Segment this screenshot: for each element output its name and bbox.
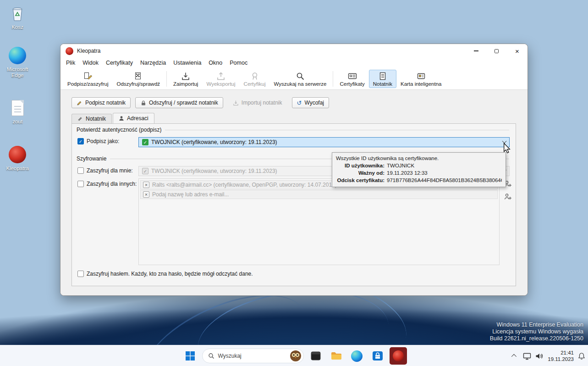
sign-as-label: Podpisz jako:	[87, 138, 119, 144]
toolbar-export[interactable]: Wyeksportuj	[202, 70, 239, 88]
minimize-button[interactable]	[466, 44, 486, 58]
taskbar-kleopatra[interactable]	[390, 347, 407, 365]
pen-icon	[77, 116, 83, 122]
menu-ustawienia[interactable]: Ustawienia	[170, 59, 205, 67]
desktop-icon-label: Kosz	[1, 24, 34, 30]
valid-from-label: Ważny od:	[336, 169, 385, 177]
search-icon	[296, 72, 305, 81]
system-tray: 21:41 19.11.2023	[508, 345, 585, 366]
desktop-icon-recycle-bin[interactable]: Kosz	[1, 4, 34, 30]
tray-time: 21:41	[548, 349, 574, 356]
encrypt-me-value: TWOJNICK (certyfikowane, utworzony: 19.1…	[151, 168, 277, 174]
titlebar[interactable]: Kleopatra ×	[60, 44, 528, 58]
person-icon	[119, 116, 124, 121]
menu-okno[interactable]: Okno	[205, 59, 226, 67]
remove-recipient-icon[interactable]: ×	[143, 191, 149, 198]
decrypt-verify-notepad-button[interactable]: Odszyfruj / sprawdź notatnik	[135, 97, 223, 108]
tray-clock[interactable]: 21:41 19.11.2023	[548, 349, 574, 362]
import-notepad-button[interactable]: Importuj notatnik	[228, 97, 287, 108]
password-encrypt-checkbox[interactable]	[77, 271, 84, 277]
tab-label: Notatnik	[86, 116, 106, 122]
maximize-button[interactable]	[486, 44, 507, 58]
encrypt-others-checkbox[interactable]	[77, 181, 84, 187]
menu-certyfikaty[interactable]: Certyfikaty	[102, 59, 137, 67]
toolbar-smartcard[interactable]: Karta inteligentna	[396, 70, 446, 88]
decrypt-verify-icon	[134, 72, 143, 81]
tab-label: Adresaci	[127, 115, 148, 122]
toolbar-certificates[interactable]: Certyfikaty	[335, 70, 368, 88]
taskbar-search[interactable]: Wyszukaj	[202, 349, 304, 363]
import-icon	[181, 72, 190, 81]
recipient-value: Ralts <ralts@airmail.cc> (certyfikowane,…	[152, 182, 337, 188]
toolbar-decrypt-verify[interactable]: Odszyfruj/sprawdź	[112, 70, 164, 88]
sign-as-row: ✓ Podpisz jako:	[77, 138, 119, 144]
network-button[interactable]	[523, 352, 531, 360]
tab-recipients[interactable]: Adresaci	[113, 113, 154, 123]
sign-notepad-button[interactable]: Podpisz notatnik	[71, 97, 131, 108]
start-button[interactable]	[181, 347, 199, 365]
window-controls: ×	[466, 44, 528, 58]
edge-icon	[351, 350, 363, 362]
taskbar-store[interactable]	[369, 347, 386, 365]
toolbar-sign-encrypt[interactable]: Podpisz/zaszyfruj	[63, 70, 112, 88]
desktop-icon-label: Microsoft Edge	[1, 67, 34, 78]
toolbar-label: Wyeksportuj	[206, 81, 235, 87]
store-icon	[372, 350, 384, 362]
recipient-input[interactable]: × Podaj nazwę lub adres e-mail...	[140, 190, 498, 199]
menu-plik[interactable]: Plik	[62, 59, 79, 67]
desktop-icon-label: zout	[1, 119, 34, 125]
volume-button[interactable]	[535, 353, 544, 360]
toolbar-certify[interactable]: Certyfikuj	[240, 70, 270, 88]
taskbar-center: Wyszukaj	[181, 345, 407, 366]
toolbar-lookup-server[interactable]: Wyszukaj na serwerze	[270, 70, 331, 88]
toolbar-label: Zaimportuj	[173, 81, 198, 87]
network-monitor-icon	[523, 352, 531, 360]
password-encrypt-label: Zaszyfruj hasłem. Każdy, kto zna hasło, …	[87, 271, 253, 277]
notifications-button[interactable]	[578, 352, 585, 360]
encrypt-others-label: Zaszyfruj dla innych:	[87, 181, 137, 187]
desktop-icon-kleopatra[interactable]: Kleopatra	[1, 145, 34, 172]
search-highlight-owl-icon[interactable]	[290, 350, 302, 362]
add-recipient-button[interactable]	[503, 192, 512, 201]
group-title: Szyfrowanie	[77, 155, 106, 162]
toolbar-notepad[interactable]: Notatnik	[369, 70, 396, 88]
toolbar-import[interactable]: Zaimportuj	[169, 70, 202, 88]
desktop-icon-edge[interactable]: Microsoft Edge	[1, 46, 34, 78]
menu-widok[interactable]: Widok	[79, 59, 102, 67]
toolbar-label: Wyszukaj na serwerze	[274, 81, 327, 87]
taskbar-file-explorer[interactable]	[328, 347, 345, 365]
desktop-icon-zout[interactable]: zout	[1, 98, 34, 125]
mouse-cursor	[503, 143, 511, 154]
sign-as-checkbox[interactable]: ✓	[77, 138, 84, 144]
tray-overflow-button[interactable]	[508, 354, 519, 358]
smartcard-icon	[417, 72, 426, 81]
watermark-line: Build 22621.ni_release.220506-1250	[490, 335, 583, 342]
minimize-icon	[474, 50, 478, 51]
taskbar-dark-window-app[interactable]	[307, 347, 324, 365]
revert-button[interactable]: ↺ Wycofaj	[292, 97, 329, 108]
recycle-bin-icon	[1, 4, 34, 23]
remove-recipient-icon[interactable]: ×	[143, 182, 149, 188]
notepad-icon	[378, 72, 387, 81]
tab-notepad[interactable]: Notatnik	[71, 114, 112, 123]
valid-from-value: 19.11.2023 12:33	[387, 169, 502, 177]
taskbar-edge[interactable]	[348, 347, 366, 365]
fingerprint-label: Odcisk certyfikatu:	[336, 177, 385, 184]
chevron-up-icon	[511, 354, 517, 359]
notepad-view: Podpisz notatnik Odszyfruj / sprawdź not…	[60, 90, 528, 295]
kleopatra-icon	[393, 350, 404, 361]
encrypt-me-checkbox[interactable]	[77, 167, 84, 174]
bell-icon	[578, 352, 585, 360]
edge-icon	[1, 46, 34, 65]
close-button[interactable]: ×	[507, 44, 528, 58]
watermark-line: Licencja systemu Windows wygasła	[490, 328, 583, 335]
window-title: Kleopatra	[77, 48, 100, 54]
notepad-tabs: Notatnik Adresaci	[71, 113, 155, 123]
menu-narzedzia[interactable]: Narzędzia	[137, 59, 170, 67]
sign-as-combobox[interactable]: ✓ TWOJNICK (certyfikowane, utworzony: 19…	[138, 137, 510, 147]
toolbar-separator	[166, 71, 167, 87]
menu-pomoc[interactable]: Pomoc	[226, 59, 251, 67]
windows-watermark: Windows 11 Enterprise Evaluation Licencj…	[490, 322, 583, 342]
tooltip-title: Wszystkie ID użytkownika są certyfikowan…	[336, 155, 502, 162]
close-icon: ×	[515, 48, 519, 55]
